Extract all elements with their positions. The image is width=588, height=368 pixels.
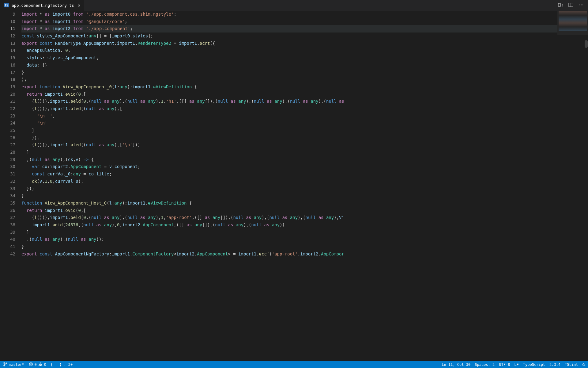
line-number: 31 — [0, 171, 15, 178]
lint-status[interactable]: TSLint — [565, 362, 578, 367]
diff-icon[interactable] — [558, 2, 563, 8]
code-line[interactable]: import * as import2 from './app.componen… — [21, 25, 557, 33]
more-icon[interactable] — [579, 2, 584, 8]
code-line[interactable]: ] — [21, 149, 557, 156]
error-icon — [29, 362, 33, 367]
code-line[interactable]: import * as import1 from '@angular/core'… — [21, 18, 557, 25]
line-number: 12 — [0, 33, 15, 40]
split-editor-icon[interactable] — [568, 2, 573, 8]
code-line[interactable]: ,(null as any),(ck,v) => { — [21, 156, 557, 163]
code-line[interactable]: (l()(),import1.ɵeld(0,(null as any),(nul… — [21, 98, 557, 105]
svg-point-7 — [4, 362, 5, 363]
typescript-icon: TS — [4, 3, 9, 7]
line-number: 26 — [0, 134, 15, 142]
code-line[interactable]: import1.ɵdid(24576,(null as any),0,impor… — [21, 221, 557, 229]
code-line[interactable]: ] — [21, 127, 557, 134]
cursor-position[interactable]: Ln 11, Col 30 — [442, 362, 470, 367]
line-number: 29 — [0, 156, 15, 163]
code-line[interactable]: encapsulation: 0, — [21, 47, 557, 54]
problems[interactable]: 0 0 — [29, 362, 46, 367]
code-line[interactable]: export function View_AppComponent_0(l:an… — [21, 83, 557, 91]
code-line[interactable]: var co:import2.AppComponent = v.componen… — [21, 163, 557, 171]
line-number: 27 — [0, 141, 15, 149]
code-line[interactable]: } — [21, 243, 557, 251]
line-number: 17 — [0, 69, 15, 76]
svg-point-5 — [581, 5, 582, 6]
code-line[interactable]: export const AppComponentNgFactory:impor… — [21, 251, 557, 258]
git-branch[interactable]: master* — [3, 362, 24, 367]
line-number: 21 — [0, 98, 15, 105]
svg-point-8 — [4, 365, 5, 366]
minimap-viewport[interactable] — [557, 11, 588, 35]
eol-info[interactable]: LF — [514, 362, 518, 367]
line-number: 28 — [0, 149, 15, 156]
scrollbar-thumb[interactable] — [585, 40, 588, 48]
bracket-info[interactable]: { . } : 30 — [51, 362, 73, 367]
code-line[interactable]: '\n ', — [21, 113, 557, 120]
code-line[interactable]: data: {} — [21, 62, 557, 69]
code-editor[interactable]: import * as import0 from './app.componen… — [21, 11, 557, 361]
code-line[interactable]: ); — [21, 76, 557, 83]
code-line[interactable]: )), — [21, 134, 557, 142]
tabs-container: TS app.component.ngfactory.ts × — [0, 0, 84, 11]
line-number: 11 — [0, 25, 15, 33]
code-line[interactable]: const styles_AppComponent:any[] = [impor… — [21, 33, 557, 40]
code-line[interactable]: styles: styles_AppComponent, — [21, 54, 557, 62]
line-number: 33 — [0, 185, 15, 193]
line-number: 41 — [0, 243, 15, 251]
indent-info[interactable]: Spaces: 2 — [475, 362, 495, 367]
line-number: 14 — [0, 47, 15, 54]
ts-version[interactable]: 2.3.4 — [549, 362, 560, 367]
line-number: 15 — [0, 54, 15, 62]
line-number: 34 — [0, 192, 15, 200]
warning-icon — [38, 362, 43, 367]
code-line[interactable]: (l()(),import1.ɵted((null as any),['\n']… — [21, 141, 557, 149]
status-left: master* 0 0 { . } : 30 — [3, 362, 73, 367]
tab-bar: TS app.component.ngfactory.ts × — [0, 0, 588, 11]
line-number: 37 — [0, 214, 15, 221]
code-line[interactable]: (l()(),import1.ɵted((null as any),[ — [21, 105, 557, 113]
close-icon[interactable]: × — [78, 2, 81, 8]
line-number: 22 — [0, 105, 15, 113]
svg-rect-0 — [558, 3, 560, 6]
editor-tab[interactable]: TS app.component.ngfactory.ts × — [0, 0, 84, 11]
svg-point-4 — [579, 5, 580, 6]
code-line[interactable]: }); — [21, 185, 557, 193]
line-number: 40 — [0, 236, 15, 243]
line-number: 36 — [0, 207, 15, 214]
code-line[interactable]: } — [21, 192, 557, 200]
editor-actions — [554, 2, 588, 8]
line-number: 24 — [0, 120, 15, 127]
code-line[interactable]: return import1.ɵvid(0,[ — [21, 91, 557, 98]
code-line[interactable]: } — [21, 69, 557, 76]
language-mode[interactable]: TypeScript — [523, 362, 545, 367]
scrollbar-vertical[interactable] — [584, 11, 588, 361]
line-number: 42 — [0, 251, 15, 258]
code-line[interactable]: '\n' — [21, 120, 557, 127]
feedback-icon[interactable]: ☺ — [582, 362, 585, 367]
encoding-info[interactable]: UTF-8 — [499, 362, 510, 367]
svg-point-14 — [40, 365, 40, 365]
svg-point-6 — [582, 5, 583, 6]
code-line[interactable]: ] — [21, 229, 557, 236]
minimap[interactable] — [557, 11, 588, 361]
line-number: 13 — [0, 40, 15, 47]
status-right: Ln 11, Col 30 Spaces: 2 UTF-8 LF TypeScr… — [442, 362, 585, 367]
line-number: 35 — [0, 200, 15, 207]
code-line[interactable]: ,(null as any),(null as any)); — [21, 236, 557, 243]
line-number: 18 — [0, 76, 15, 83]
code-line[interactable]: (l()(),import1.ɵeld(0,(null as any),(nul… — [21, 214, 557, 221]
code-line[interactable]: function View_AppComponent_Host_0(l:any)… — [21, 200, 557, 207]
code-line[interactable]: import * as import0 from './app.componen… — [21, 11, 557, 18]
code-line[interactable]: return import1.ɵvid(0,[ — [21, 207, 557, 214]
line-number: 10 — [0, 18, 15, 25]
svg-rect-1 — [561, 4, 563, 6]
code-line[interactable]: export const RenderType_AppComponent:imp… — [21, 40, 557, 47]
line-number: 32 — [0, 178, 15, 185]
line-number: 38 — [0, 221, 15, 229]
line-number: 9 — [0, 11, 15, 18]
bracket-text: { . } : 30 — [51, 362, 73, 367]
code-line[interactable]: const currVal_0:any = co.title; — [21, 171, 557, 178]
code-line[interactable]: ck(v,1,0,currVal_0); — [21, 178, 557, 185]
tab-label: app.component.ngfactory.ts — [12, 3, 74, 8]
